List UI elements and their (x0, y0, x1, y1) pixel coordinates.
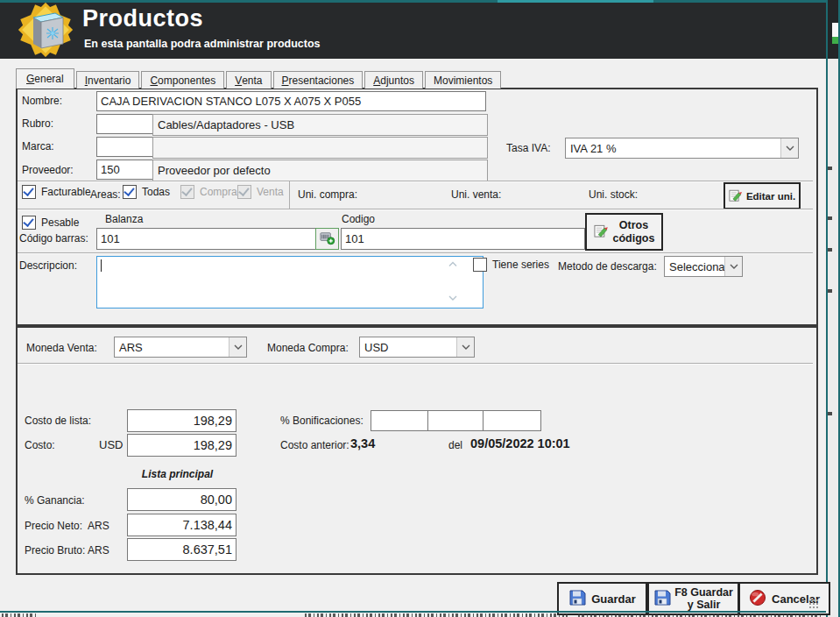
bonificacion-input-2[interactable] (427, 410, 486, 431)
scroll-up-icon[interactable] (448, 258, 457, 270)
costo-input[interactable] (127, 434, 236, 457)
separator (18, 209, 813, 209)
edit-pad-icon (729, 188, 743, 204)
product-box-icon (14, 3, 77, 57)
codigo-input[interactable] (341, 228, 585, 250)
tab-presentaciones[interactable]: Presentaciones (273, 71, 364, 89)
nombre-input[interactable] (96, 91, 486, 111)
precio-bruto-label: Precio Bruto: (25, 544, 85, 557)
bonificacion-input-3[interactable] (483, 410, 541, 431)
header-top-accent (0, 0, 826, 3)
tasa-iva-select[interactable]: IVA 21 % (565, 138, 799, 159)
proveedor-code-input[interactable] (96, 160, 159, 180)
separator (289, 181, 290, 209)
ganancia-label: % Ganancia: (25, 494, 85, 507)
tab-componentes[interactable]: Componentes (141, 71, 224, 89)
venta-label: Venta (257, 186, 284, 198)
editar-uni-label: Editar uni. (746, 191, 795, 202)
tab-strip: GeneralInventarioComponentesVentaPresent… (16, 69, 503, 89)
codigo-label: Codigo (342, 213, 375, 225)
window-header: Productos En esta pantalla podra adminis… (0, 0, 826, 59)
precio-neto-currency: ARS (88, 520, 109, 532)
pesable-label: Pesable (41, 216, 79, 229)
floppy-disk-icon (568, 590, 586, 608)
metodo-descarga-select[interactable]: Selecciona (664, 256, 743, 277)
checkbox-icon (237, 185, 251, 199)
text-caret (101, 259, 102, 272)
compra-label: Compra (200, 186, 237, 198)
codigo-barras-label: Código barras: (19, 232, 88, 245)
chevron-down-icon (229, 337, 246, 357)
moneda-compra-value: USD (360, 337, 456, 357)
tab-movimientos[interactable]: Movimientos (425, 71, 501, 89)
proveedor-label: Proveedor: (22, 164, 74, 176)
separator (18, 252, 813, 253)
tab-general[interactable]: General (16, 68, 74, 89)
proveedor-description: Proveedor por defecto (152, 160, 488, 181)
tiene-series-checkbox[interactable]: Tiene series (473, 258, 549, 272)
otros-codigos-label-1: Otros (619, 219, 648, 231)
costo-lista-input[interactable] (127, 409, 236, 432)
clipped-background-text (578, 613, 823, 617)
costo-currency: USD (99, 438, 123, 451)
lista-principal-title: Lista principal (127, 468, 228, 480)
resize-grip[interactable] (808, 599, 819, 609)
ganancia-input[interactable] (127, 488, 236, 511)
bonificaciones-label: % Bonificaciones: (280, 415, 364, 427)
checkbox-icon (123, 185, 137, 199)
costo-anterior-label: Costo anterior: (280, 439, 349, 451)
nombre-label: Nombre: (22, 95, 62, 107)
header-top-accent-light (498, 0, 653, 3)
clipped-background-text (305, 613, 568, 617)
todas-checkbox[interactable]: Todas (123, 185, 170, 199)
rubro-description: Cables/Adaptadores - USB (152, 114, 488, 136)
tab-adjuntos[interactable]: Adjuntos (364, 71, 423, 89)
marca-code-input[interactable] (96, 137, 159, 157)
precio-neto-input[interactable] (127, 514, 236, 536)
codigo-barras-input[interactable] (96, 228, 320, 250)
edit-pad-icon (594, 223, 609, 241)
tab-inventario[interactable]: Inventario (76, 71, 140, 89)
tab-venta[interactable]: Venta (226, 71, 271, 89)
editar-uni-button[interactable]: Editar uni. (724, 182, 801, 209)
uni-stock-label: Uni. stock: (589, 188, 638, 201)
otros-codigos-button[interactable]: Otros códigos (585, 213, 663, 251)
productos-window: Productos En esta pantalla podra adminis… (0, 0, 840, 617)
del-label: del (448, 439, 462, 451)
moneda-compra-select[interactable]: USD (359, 337, 475, 358)
page-title: Productos (82, 5, 203, 32)
facturable-checkbox[interactable]: Facturable (22, 185, 91, 199)
bonificacion-input-1[interactable] (371, 410, 430, 431)
separator (18, 363, 813, 364)
pesable-checkbox[interactable]: Pesable (22, 216, 79, 230)
costo-lista-label: Costo de lista: (25, 415, 91, 427)
rubro-code-input[interactable] (96, 114, 159, 134)
checkbox-icon (473, 258, 487, 272)
chevron-down-icon (780, 138, 798, 158)
f8-label-1: F8 Guardar (674, 586, 733, 599)
moneda-venta-select[interactable]: ARS (114, 337, 247, 358)
uni-venta-label: Uni. venta: (451, 188, 501, 201)
scroll-down-icon[interactable] (448, 292, 457, 304)
uni-compra-label: Uni. compra: (298, 188, 357, 201)
tiene-series-label: Tiene series (492, 259, 549, 271)
venta-checkbox: Venta (237, 185, 284, 199)
otros-codigos-label-2: códigos (613, 232, 655, 245)
separator (18, 181, 813, 181)
costo-anterior-fecha: 09/05/2022 10:01 (470, 436, 570, 450)
descripcion-label: Descripcion: (19, 259, 77, 272)
add-barcode-button[interactable] (315, 228, 339, 250)
precio-neto-label: Precio Neto: (25, 520, 82, 532)
todas-label: Todas (142, 186, 170, 198)
clipped-background-text (2, 613, 37, 617)
compra-checkbox: Compra (180, 185, 237, 199)
marca-description (152, 137, 488, 159)
guardar-label: Guardar (591, 592, 636, 606)
descripcion-textarea[interactable] (96, 256, 484, 308)
precio-bruto-currency: ARS (88, 544, 109, 557)
marca-label: Marca: (22, 140, 54, 152)
precio-bruto-input[interactable] (127, 538, 236, 561)
metodo-descarga-label: Metodo de descarga: (558, 260, 657, 273)
checkbox-icon (180, 185, 194, 199)
f8-label-2: y Salir (688, 599, 721, 611)
